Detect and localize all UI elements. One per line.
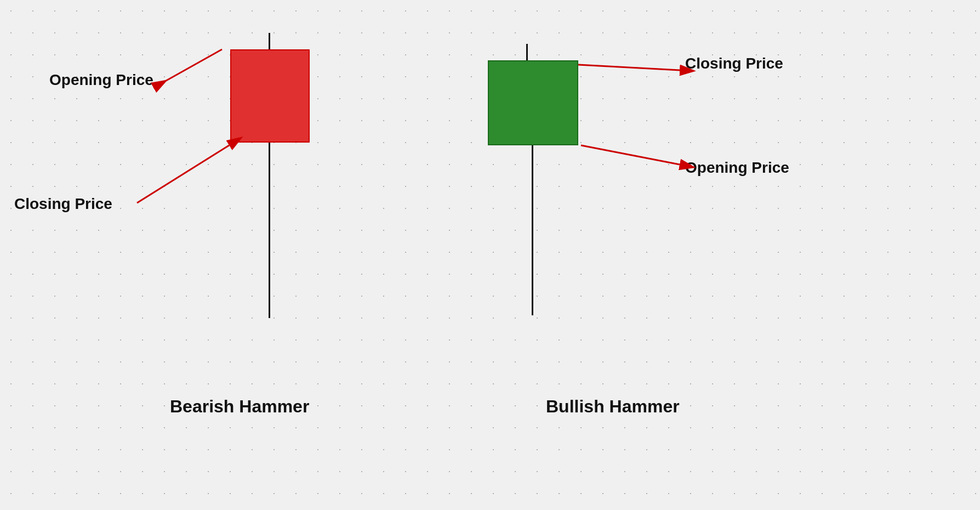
bullish-closing-price-label: Closing Price xyxy=(685,55,783,72)
bearish-closing-price-label: Closing Price xyxy=(14,195,112,213)
bullish-opening-price-label: Opening Price xyxy=(685,159,789,177)
bullish-wick-top xyxy=(526,44,528,61)
bearish-opening-price-label: Opening Price xyxy=(49,71,153,89)
bearish-hammer-title: Bearish Hammer xyxy=(170,396,309,417)
bullish-hammer-title: Bullish Hammer xyxy=(546,396,680,417)
diagram-container: Opening Price Closing Price Bearish Hamm… xyxy=(0,0,980,510)
bullish-body xyxy=(488,60,578,145)
bullish-wick-bottom xyxy=(532,145,533,315)
bearish-wick-top xyxy=(269,33,270,50)
bearish-body xyxy=(230,49,310,143)
bullish-closing-arrow xyxy=(578,65,680,70)
bearish-wick-bottom xyxy=(269,143,270,318)
bullish-opening-arrow xyxy=(581,145,680,165)
bearish-opening-arrow xyxy=(153,49,222,88)
bearish-closing-arrow xyxy=(137,145,229,203)
